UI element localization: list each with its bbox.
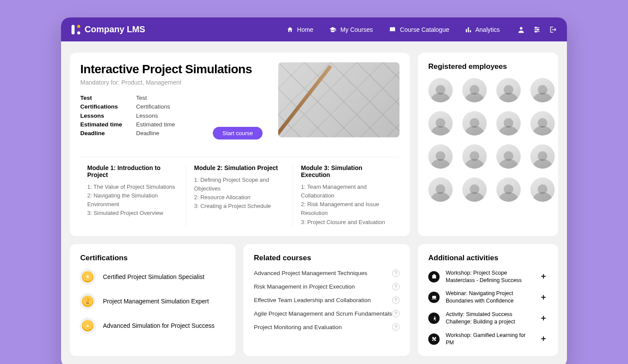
help-icon[interactable]: ? (392, 296, 399, 304)
employee-avatar[interactable] (496, 111, 521, 136)
module-title: Module 2: Simulation Project (194, 164, 285, 171)
employee-avatar[interactable] (428, 78, 453, 102)
employee-avatar[interactable] (530, 111, 555, 136)
meta-key: Lessons (80, 112, 136, 120)
svg-rect-2 (470, 30, 471, 32)
main-nav: Home My Courses Course Catalogue Analyti… (287, 26, 500, 33)
module-item[interactable]: 2: Navigating the Simulation Environment (87, 191, 178, 209)
certification-label: Certified Project Simulation Specialist (103, 273, 205, 280)
modules: Module 1: Introduction to Project 1: The… (80, 157, 399, 227)
meta-key: Estimated time (80, 120, 136, 129)
help-icon[interactable]: ? (392, 310, 399, 317)
activity-label: Workshop: Gamified Learning for PM (446, 332, 533, 347)
add-activity-button[interactable]: + (539, 313, 548, 323)
activities-card: Additional activities Workshop: Project … (418, 244, 558, 356)
module-item[interactable]: 1: The Value of Project Simulations (87, 183, 178, 191)
employee-avatar[interactable] (428, 177, 453, 202)
logout-icon[interactable] (549, 26, 556, 34)
nav-analytics-label: Analytics (475, 26, 500, 33)
start-course-button[interactable]: Start course (213, 127, 263, 139)
employee-avatar[interactable] (462, 177, 487, 202)
module-column: Module 3: Simulation Execution 1: Team M… (293, 164, 399, 227)
related-course-item[interactable]: Agile Project Management and Scrum Funda… (254, 310, 399, 317)
svg-point-10 (434, 316, 435, 317)
svg-rect-1 (468, 27, 469, 32)
svg-point-7 (535, 27, 536, 28)
add-activity-button[interactable]: + (539, 334, 548, 344)
svg-point-3 (520, 27, 522, 30)
brand-logo[interactable]: Company LMS (72, 24, 145, 34)
module-item[interactable]: 3: Project Closure and Evaluation (301, 218, 392, 227)
add-activity-button[interactable]: + (539, 293, 548, 303)
meta-value: Lessons (136, 112, 158, 120)
module-item[interactable]: 3: Creating a Project Schedule (194, 202, 285, 211)
home-icon (287, 26, 294, 33)
nav-home[interactable]: Home (287, 26, 313, 33)
add-activity-button[interactable]: + (539, 272, 548, 282)
related-course-item[interactable]: Risk Management in Project Execution? (254, 283, 399, 290)
related-course-label: Risk Management in Project Execution (254, 283, 355, 290)
employees-title: Registered employees (428, 62, 548, 71)
related-course-item[interactable]: Advanced Project Management Techniques? (254, 269, 399, 277)
user-icon[interactable] (517, 26, 525, 34)
related-course-label: Effective Team Leadership and Collaborat… (254, 297, 371, 303)
module-item[interactable]: 2: Risk Management and Issue Resolution (301, 200, 392, 218)
activity-label: Workshop: Project Scope Masterclass - De… (446, 269, 533, 284)
certifications-card: Certifications ★ Certified Project Simul… (70, 244, 236, 356)
employee-avatar[interactable] (496, 144, 521, 169)
module-item[interactable]: 2: Resource Allocation (194, 193, 285, 202)
help-icon[interactable]: ? (392, 283, 399, 290)
activities-title: Additional activities (428, 254, 548, 262)
module-item[interactable]: 1: Team Management and Collaboration (301, 183, 392, 200)
related-courses-card: Related courses Advanced Project Managem… (243, 244, 410, 356)
course-title: Interactive Project Simulations (80, 62, 268, 76)
book-icon (389, 26, 396, 33)
module-column: Module 1: Introduction to Project 1: The… (80, 164, 186, 227)
employee-avatar[interactable] (462, 78, 487, 102)
activity-item: Workshop: Gamified Learning for PM + (428, 332, 548, 347)
nav-catalogue[interactable]: Course Catalogue (389, 26, 449, 33)
employee-avatar[interactable] (530, 78, 555, 102)
svg-point-9 (535, 31, 536, 32)
nav-analytics[interactable]: Analytics (465, 26, 500, 33)
related-course-item[interactable]: Project Monitoring and Evaluation? (254, 323, 399, 331)
employee-avatar[interactable] (496, 177, 521, 202)
module-title: Module 1: Introduction to Project (87, 164, 178, 178)
employee-avatar[interactable] (462, 144, 487, 169)
related-course-label: Advanced Project Management Techniques (254, 270, 367, 276)
certification-item[interactable]: ★ Certified Project Simulation Specialis… (80, 269, 225, 284)
module-item[interactable]: 1: Defining Project Scope and Objectives (194, 176, 285, 193)
activity-item: Activity: Simulated Success Challenge: B… (428, 311, 548, 326)
related-course-label: Project Monitoring and Evaluation (254, 324, 342, 330)
star-badge-icon: ★ (80, 269, 95, 284)
logo-icon (72, 25, 80, 34)
help-icon[interactable]: ? (392, 269, 399, 277)
employee-avatar[interactable] (530, 177, 555, 202)
meta-value: Certifications (136, 102, 170, 111)
svg-rect-0 (466, 29, 467, 32)
course-hero-image (278, 62, 399, 137)
content: Interactive Project Simulations Mandator… (61, 41, 567, 364)
employee-avatar[interactable] (530, 144, 555, 169)
employee-avatar[interactable] (496, 78, 521, 102)
activity-item: Workshop: Project Scope Masterclass - De… (428, 269, 548, 284)
run-icon (428, 313, 440, 324)
certification-item[interactable]: ● Advanced Simulation for Project Succes… (80, 318, 225, 333)
meta-key: Test (80, 94, 136, 102)
related-title: Related courses (254, 254, 399, 262)
module-item[interactable]: 3: Simulated Project Overview (87, 209, 178, 218)
certification-item[interactable]: 🏆 Project Management Simulation Expert (80, 294, 225, 309)
related-course-item[interactable]: Effective Team Leadership and Collaborat… (254, 296, 399, 304)
certification-label: Advanced Simulation for Project Success (103, 322, 215, 329)
employee-avatar[interactable] (428, 144, 453, 169)
course-overview-card: Interactive Project Simulations Mandator… (70, 53, 410, 236)
help-icon[interactable]: ? (392, 323, 399, 331)
employee-avatar[interactable] (428, 111, 453, 136)
nav-my-courses[interactable]: My Courses (329, 26, 373, 33)
graduation-icon (329, 26, 337, 33)
activity-label: Activity: Simulated Success Challenge: B… (446, 311, 533, 326)
meta-value: Test (136, 94, 147, 102)
certifications-title: Certifications (80, 254, 225, 262)
settings-icon[interactable] (533, 26, 541, 34)
employee-avatar[interactable] (462, 111, 487, 136)
